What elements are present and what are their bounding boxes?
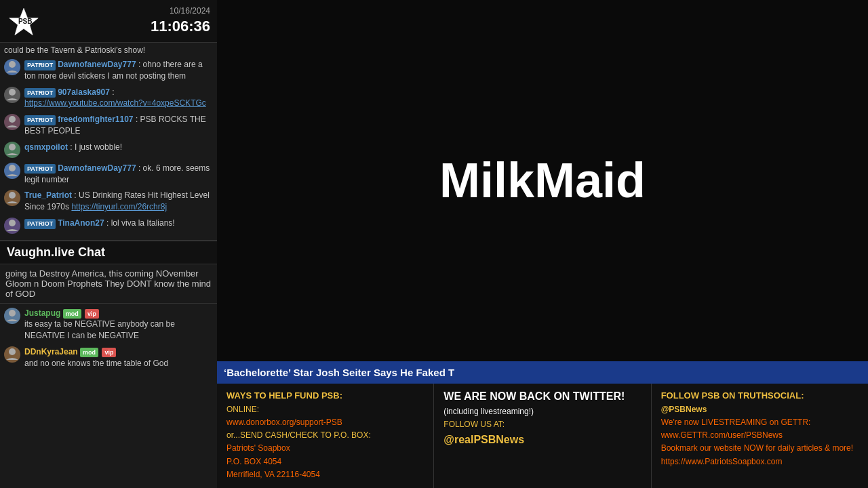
message-content: Justapug mod vip its easy ta be NEGATIVE… — [24, 308, 213, 342]
svg-point-4 — [9, 116, 16, 123]
fund-column: WAYS TO HELP FUND PSB: ONLINE: www.donor… — [217, 384, 434, 488]
badge-patriot: PATRIOT — [24, 219, 56, 229]
online-label: ONLINE: — [226, 405, 259, 414]
avatar — [4, 190, 20, 206]
sidebar: PSB 10/16/2024 11:06:36 could be the Tav… — [0, 0, 217, 488]
datetime-area: 10/16/2024 11:06:36 — [151, 6, 210, 36]
badge-vip: vip — [85, 309, 99, 319]
main-content: MilkMaid ‘Bachelorette’ Star Josh Seiter… — [217, 0, 868, 488]
badge-patriot: PATRIOT — [24, 60, 56, 70]
badge-vip: vip — [102, 348, 116, 358]
svg-point-9 — [9, 310, 16, 317]
svg-point-8 — [9, 220, 16, 226]
avatar — [4, 346, 20, 363]
svg-text:PSB: PSB — [18, 18, 33, 25]
po-box-label: or...SEND CASH/CHECK TO P.O. BOX: — [226, 430, 371, 440]
vaughn-banner: Vaughn.live Chat — [0, 240, 217, 264]
message-content: PATRIOT907alaska907 : https://www.youtub… — [24, 87, 213, 110]
chat-link[interactable]: https://tinyurl.com/26rchr8j — [71, 202, 167, 211]
date-display: 10/16/2024 — [151, 6, 210, 17]
chat-message: PATRIOTDawnofanewDay777 : ohno there are… — [4, 59, 213, 82]
truthsocial-text: @PSBNews We're now LIVESTREAMING on GETT… — [661, 403, 859, 468]
badge-mod: mod — [80, 348, 98, 358]
chat-message: PATRIOT907alaska907 : https://www.youtub… — [4, 87, 213, 110]
chat-message: Justapug mod vip its easy ta be NEGATIVE… — [4, 308, 213, 342]
truthsocial-title: FOLLOW PSB ON TRUTHSOCIAL: — [661, 390, 859, 401]
chat-message: DDnKyraJean mod vip and no one knows the… — [4, 346, 213, 369]
twitter-text: (including livestreaming!) FOLLOW US AT:… — [443, 405, 641, 449]
chat-message: PATRIOTfreedomfighter1107 : PSB ROCKS TH… — [4, 114, 213, 137]
chat-message: True_Patriot : US Drinking Rates Hit Hig… — [4, 190, 213, 213]
chat-message: PATRIOTTinaAnon27 : lol viva la Italians… — [4, 218, 213, 234]
twitter-column: WE ARE NOW BACK ON TWITTER! (including l… — [434, 384, 651, 488]
chat-area-bottom[interactable]: Justapug mod vip its easy ta be NEGATIVE… — [0, 304, 217, 489]
username: qsmxpoilot — [24, 142, 68, 152]
avatar — [4, 114, 20, 130]
big-chat-block: going ta Destroy America, this coming NO… — [0, 264, 217, 304]
message-content: qsmxpoilot : I just wobble! — [24, 142, 213, 153]
message-content: PATRIOTDawnofanewDay777 : ohno there are… — [24, 59, 213, 82]
username: DawnofanewDay777 — [58, 60, 136, 69]
message-content: PATRIOTDawnofanewDay777 : ok. 6 more. se… — [24, 163, 213, 186]
ticker-bar: ‘Bachelorette’ Star Josh Seiter Says He … — [217, 361, 868, 384]
video-title: MilkMaid — [439, 152, 646, 208]
username: DDnKyraJean — [24, 347, 78, 357]
message-content: True_Patriot : US Drinking Rates Hit Hig… — [24, 190, 213, 213]
static-chat-msg: could be the Tavern & Patrioski's show! — [0, 43, 217, 55]
fund-title: WAYS TO HELP FUND PSB: — [226, 390, 424, 401]
avatar — [4, 87, 20, 103]
avatar — [4, 59, 20, 75]
chat-message: PATRIOTDawnofanewDay777 : ok. 6 more. se… — [4, 163, 213, 186]
message-content: PATRIOTfreedomfighter1107 : PSB ROCKS TH… — [24, 114, 213, 137]
username: True_Patriot — [24, 190, 72, 200]
psb-logo: PSB — [7, 4, 41, 38]
avatar — [4, 218, 20, 234]
avatar — [4, 163, 20, 179]
svg-point-7 — [9, 192, 16, 199]
svg-point-3 — [9, 89, 16, 96]
badge-patriot: PATRIOT — [24, 164, 56, 174]
vaughn-banner-title: Vaughn.live Chat — [7, 245, 210, 260]
svg-point-5 — [9, 144, 16, 150]
twitter-title: WE ARE NOW BACK ON TWITTER! — [443, 390, 641, 403]
truthsocial-column: FOLLOW PSB ON TRUTHSOCIAL: @PSBNews We'r… — [652, 384, 868, 488]
badge-patriot: PATRIOT — [24, 115, 56, 125]
message-content: DDnKyraJean mod vip and no one knows the… — [24, 346, 213, 369]
fund-text: ONLINE: www.donorbox.org/support-PSB or.… — [226, 403, 424, 481]
logo-area: PSB — [7, 4, 41, 38]
message-content: PATRIOTTinaAnon27 : lol viva la Italians… — [24, 218, 213, 229]
chat-area-top[interactable]: PATRIOTDawnofanewDay777 : ohno there are… — [0, 55, 217, 240]
svg-point-10 — [9, 348, 16, 355]
badge-patriot: PATRIOT — [24, 88, 56, 98]
sidebar-header: PSB 10/16/2024 11:06:36 — [0, 0, 217, 43]
username: freedomfighter1107 — [58, 115, 133, 124]
username: DawnofanewDay777 — [58, 163, 136, 173]
chat-message: qsmxpoilot : I just wobble! — [4, 142, 213, 158]
svg-point-6 — [9, 165, 16, 171]
username: Justapug — [24, 308, 60, 318]
username: 907alaska907 — [58, 87, 110, 97]
bottom-bar: WAYS TO HELP FUND PSB: ONLINE: www.donor… — [217, 384, 868, 488]
username: TinaAnon27 — [58, 218, 104, 228]
svg-point-2 — [9, 61, 16, 68]
time-display: 11:06:36 — [151, 17, 210, 37]
avatar — [4, 142, 20, 158]
avatar — [4, 308, 20, 324]
video-area: MilkMaid — [217, 0, 868, 361]
badge-mod: mod — [63, 309, 81, 319]
